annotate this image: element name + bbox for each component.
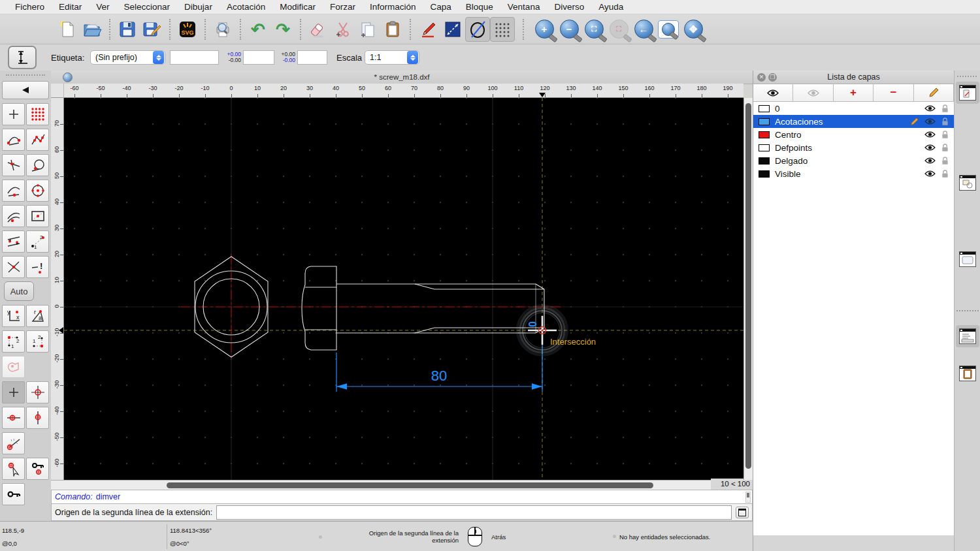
zoom-selected-button[interactable]: ⛶ <box>606 17 631 42</box>
draw-pencil-button[interactable] <box>416 17 440 42</box>
cut-button[interactable] <box>331 17 355 42</box>
crosshair-plain-button[interactable] <box>2 381 25 403</box>
zoom-in-button[interactable]: + <box>532 17 557 42</box>
layer-visible-icon[interactable] <box>924 144 936 151</box>
canvas-horizontal-scrollbar[interactable] <box>51 480 711 490</box>
menu-item-información[interactable]: Información <box>363 2 423 12</box>
layer-row-0[interactable]: 0 <box>753 102 954 115</box>
layer-row-delgado[interactable]: Delgado <box>753 154 954 167</box>
vertical-dimension-tool-button[interactable] <box>8 46 37 69</box>
scale-dropdown[interactable]: 1:1 <box>365 50 419 65</box>
snap-intersection-button[interactable] <box>2 256 25 278</box>
layer-visible-icon[interactable] <box>924 118 936 125</box>
corner-point-1-button[interactable]: 12 <box>2 330 25 353</box>
undo-button[interactable]: ↶ <box>246 17 270 42</box>
redo-button[interactable]: ↷ <box>270 17 295 42</box>
dock-layer-list-button[interactable] <box>959 85 976 101</box>
lock-zero-button[interactable] <box>2 483 25 505</box>
snap-intersection-manual-button[interactable]: ! <box>26 256 49 278</box>
delete-button[interactable] <box>306 17 331 42</box>
add-layer-button[interactable]: + <box>834 84 874 101</box>
zoom-auto-button[interactable]: ⛶ <box>581 17 606 42</box>
edit-layer-button[interactable] <box>914 84 954 101</box>
layer-visible-icon[interactable] <box>924 104 936 112</box>
restrict-distance-button[interactable]: 12 <box>26 230 49 253</box>
zoom-out-button[interactable]: − <box>557 17 581 42</box>
layer-lock-icon[interactable] <box>941 170 949 178</box>
paste-button[interactable] <box>380 17 405 42</box>
snap-auto-button[interactable]: Auto <box>4 281 34 301</box>
dock-command-widget-button[interactable] <box>959 328 976 344</box>
snap-angle-button[interactable] <box>2 432 25 454</box>
open-file-button[interactable] <box>80 17 105 42</box>
menu-item-capa[interactable]: Capa <box>423 2 459 12</box>
snap-on-entity-button[interactable] <box>26 129 49 151</box>
layer-lock-icon[interactable] <box>941 157 949 165</box>
layer-row-centro[interactable]: Centro <box>753 128 954 141</box>
remove-layer-button[interactable]: − <box>874 84 913 101</box>
menu-item-ayuda[interactable]: Ayuda <box>591 2 630 12</box>
zoom-window-button[interactable] <box>656 17 681 42</box>
layer-edit-icon[interactable] <box>910 118 919 126</box>
layer-visible-icon[interactable] <box>924 170 936 178</box>
horizontal-scroll-thumb[interactable] <box>167 482 653 488</box>
menu-item-modificar[interactable]: Modificar <box>272 2 323 12</box>
command-input[interactable] <box>216 505 732 520</box>
lock-relative-zero-button[interactable] <box>26 458 49 480</box>
menu-item-forzar[interactable]: Forzar <box>323 2 363 12</box>
zoom-previous-button[interactable]: ← <box>631 17 656 42</box>
ellipse-tool-button[interactable] <box>465 17 490 42</box>
menu-item-ventana[interactable]: Ventana <box>500 2 547 12</box>
command-window-toggle-button[interactable] <box>736 507 749 518</box>
layer-visible-icon[interactable] <box>924 131 936 138</box>
layer-lock-icon[interactable] <box>941 118 949 126</box>
menu-item-bloque[interactable]: Bloque <box>459 2 500 12</box>
export-svg-button[interactable]: SVG <box>175 17 200 42</box>
drawing-canvas[interactable]: 80 0 Intersección <box>64 98 743 480</box>
snap-tangent-button[interactable] <box>26 154 49 176</box>
layer-lock-icon[interactable] <box>941 104 949 113</box>
exclusive-snap-button[interactable] <box>2 356 25 378</box>
pick-point-button[interactable] <box>2 458 25 480</box>
menu-item-ver[interactable]: Ver <box>89 2 116 12</box>
back-button[interactable] <box>2 81 49 99</box>
vertical-scroll-thumb[interactable] <box>745 103 751 469</box>
restrict-horizontal-button[interactable] <box>2 407 25 429</box>
menu-item-editar[interactable]: Editar <box>52 2 89 12</box>
copy-button[interactable] <box>355 17 380 42</box>
command-history-scrollbar[interactable] <box>745 492 751 503</box>
restrict-vertical-button[interactable] <box>26 407 49 429</box>
dock-library-browser-button[interactable] <box>959 251 976 267</box>
save-as-button[interactable] <box>140 17 165 42</box>
panel-close-button[interactable]: ✕ <box>757 73 766 82</box>
zoom-window-tool-button[interactable] <box>440 17 465 42</box>
drawing-window-titlebar[interactable]: * screw_m18.dxf <box>51 71 753 84</box>
snap-grid-toggle-button[interactable] <box>490 17 515 42</box>
corner-point-2-button[interactable]: 12 <box>26 330 49 353</box>
menu-item-seleccionar[interactable]: Seleccionar <box>117 2 178 12</box>
snap-distance-button[interactable] <box>2 205 25 227</box>
tolerance-lower-field[interactable] <box>297 50 327 65</box>
dock-clipboard-button[interactable] <box>959 366 976 381</box>
dimension-text-field[interactable] <box>170 50 219 65</box>
coordinate-cartesian-button[interactable]: yx <box>2 305 25 327</box>
dock-block-list-button[interactable] <box>959 175 976 191</box>
snap-reference-button[interactable] <box>26 205 49 227</box>
prefix-dropdown[interactable]: (Sin prefijo) <box>90 50 165 65</box>
command-history[interactable]: Comando: dimver <box>51 490 753 504</box>
snap-endpoint-button[interactable] <box>2 129 25 151</box>
set-relative-zero-button[interactable] <box>26 381 49 403</box>
tolerance-upper-field[interactable] <box>243 50 274 65</box>
layer-panel-titlebar[interactable]: ✕ ❐ Lista de capas <box>753 71 954 84</box>
menu-item-acotación[interactable]: Acotación <box>220 2 272 12</box>
pan-button[interactable]: ✥ <box>681 17 706 42</box>
save-button[interactable] <box>115 17 140 42</box>
layer-visible-icon[interactable] <box>924 157 936 165</box>
toolbar-drag-handle[interactable] <box>6 74 45 78</box>
canvas-vertical-scrollbar[interactable] <box>743 98 753 480</box>
restrict-orthogonal-button[interactable] <box>2 230 25 253</box>
menu-item-dibujar[interactable]: Dibujar <box>177 2 220 12</box>
print-preview-button[interactable] <box>210 17 235 42</box>
panel-float-button[interactable]: ❐ <box>768 73 777 82</box>
menu-item-diverso[interactable]: Diverso <box>547 2 591 12</box>
